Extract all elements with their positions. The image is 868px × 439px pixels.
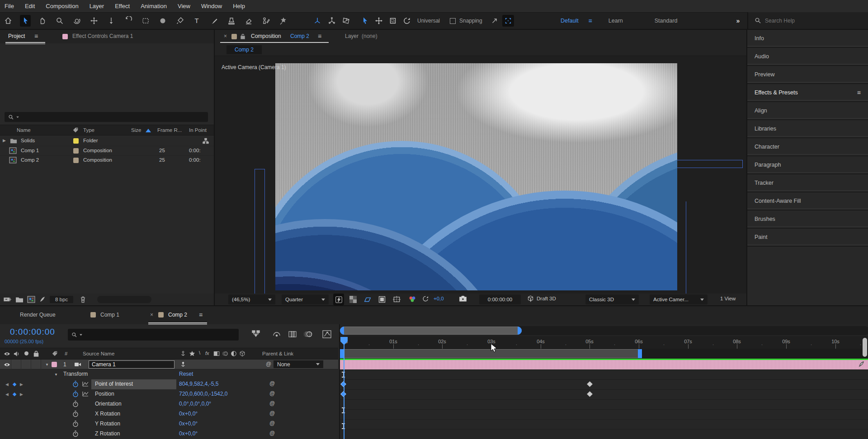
graph-editor-icon[interactable] — [322, 330, 332, 339]
unlock-icon[interactable] — [240, 33, 245, 39]
transparency-grid-icon[interactable] — [348, 294, 359, 305]
eye-column-icon[interactable] — [4, 351, 10, 356]
adjustment-icon[interactable] — [39, 296, 46, 303]
col-size[interactable]: Size — [131, 127, 141, 133]
rotation-tool-icon[interactable] — [123, 15, 134, 27]
label-color-tan[interactable] — [73, 158, 79, 163]
magnification-dropdown[interactable]: (46,5%) — [228, 294, 275, 304]
property-name[interactable]: Position — [95, 391, 114, 397]
bit-depth-button[interactable]: 8 bpc — [50, 296, 73, 303]
work-area-track[interactable] — [340, 349, 868, 359]
navigator-end-handle[interactable] — [518, 327, 522, 335]
property-value[interactable]: 804,9,582,4,-5,5 — [179, 381, 218, 387]
property-value[interactable]: 0,0°,0,0°,0,0° — [179, 401, 211, 407]
property-value[interactable]: 720,0,600,0,-1542,0 — [179, 391, 227, 397]
property-name[interactable]: X Rotation — [95, 411, 120, 417]
region-of-interest-toggle-icon[interactable] — [362, 294, 373, 305]
project-row-solids[interactable]: ▶ Solids Folder — [0, 136, 214, 146]
property-row-z-rotation[interactable]: Z Rotation 0x+0,0° @ — [0, 429, 338, 439]
col-source-name[interactable]: Source Name — [83, 351, 114, 356]
solo-column-icon[interactable] — [24, 351, 28, 355]
property-row-position[interactable]: ◀ ◆ ▶ Position 720,0,600,0,-1542,0 @ — [0, 389, 338, 399]
panel-tab-tracker[interactable]: Tracker — [747, 174, 868, 192]
draft-3d-cube-icon[interactable] — [527, 295, 534, 303]
layer-row-camera1[interactable]: ▼ 1 Camera 1 @ None — [0, 360, 338, 369]
switch-anchor-icon[interactable] — [180, 350, 186, 357]
hand-tool-icon[interactable] — [37, 15, 48, 27]
panel-tab-info[interactable]: Info — [747, 30, 868, 48]
snap-along-edges-icon[interactable] — [491, 17, 499, 25]
ellipse-tool-icon[interactable] — [157, 15, 168, 27]
col-in-point[interactable]: In Point — [189, 127, 207, 133]
dolly-camera-tool-icon[interactable] — [106, 15, 117, 27]
time-ruler[interactable]: 0s 01s 02s 03s 04s 05s 06s 07s 08s 09s 1… — [340, 336, 868, 349]
switch-3d-icon[interactable] — [239, 350, 245, 357]
transform-group-label[interactable]: Transform — [63, 371, 88, 377]
tab-comp1[interactable]: Comp 1 — [100, 312, 119, 318]
timeline-search-input[interactable] — [85, 332, 220, 338]
panel-tab-audio[interactable]: Audio — [747, 48, 868, 66]
project-search-input[interactable] — [21, 114, 193, 121]
new-folder-icon[interactable] — [15, 296, 24, 303]
project-row-comp1[interactable]: Comp 1 Composition 25 0:00: — [0, 146, 214, 155]
keyframe-diamond[interactable] — [587, 381, 593, 387]
col-parent-link[interactable]: Parent & Link — [262, 351, 293, 356]
col-name[interactable]: Name — [17, 127, 31, 133]
twirl-right-icon[interactable]: ▶ — [3, 138, 6, 143]
layer-name-field[interactable]: Camera 1 — [89, 360, 175, 369]
trash-icon[interactable] — [80, 296, 86, 303]
transform-group-row[interactable]: ▼ Transform Reset — [0, 369, 338, 379]
snapping-checkbox[interactable] — [450, 18, 456, 24]
zoom-tool-icon[interactable] — [54, 15, 65, 27]
col-layer-number[interactable]: # — [65, 351, 67, 356]
motion-blur-icon[interactable] — [304, 330, 313, 339]
switch-collapse-icon[interactable]: \ — [199, 350, 200, 355]
prev-keyframe-icon[interactable]: ◀ — [5, 392, 9, 397]
panel-tab-content-aware-fill[interactable]: Content-Aware Fill — [747, 192, 868, 210]
orbit-camera-tool-icon[interactable] — [71, 15, 82, 27]
tab-render-queue[interactable]: Render Queue — [20, 312, 56, 318]
playhead-line[interactable] — [344, 344, 344, 439]
keyframe-toggle-icon[interactable]: ◆ — [13, 381, 16, 387]
col-type[interactable]: Type — [83, 127, 94, 133]
layer-pickwhip-icon[interactable]: @ — [266, 361, 271, 367]
pickwhip-icon[interactable]: @ — [269, 380, 275, 387]
interpret-footage-icon[interactable] — [4, 296, 12, 303]
menu-view[interactable]: View — [178, 3, 190, 9]
parent-link-dropdown[interactable]: None — [273, 360, 324, 369]
mask-visibility-icon[interactable] — [377, 294, 387, 305]
frame-blending-icon[interactable] — [288, 330, 297, 339]
lock-column-icon[interactable] — [33, 350, 39, 357]
workspace-default[interactable]: Default — [561, 18, 579, 24]
layer-label-color[interactable] — [52, 362, 57, 367]
pickwhip-icon[interactable]: @ — [269, 390, 275, 397]
clone-stamp-tool-icon[interactable] — [226, 15, 237, 27]
panel-tab-paragraph[interactable]: Paragraph — [747, 156, 868, 174]
switch-adjustment-icon[interactable] — [231, 350, 237, 357]
layer-twirl-icon[interactable]: ▼ — [45, 363, 49, 367]
comp2-tab-close-icon[interactable]: × — [150, 312, 153, 318]
new-composition-icon[interactable] — [27, 296, 35, 303]
axis-scale-icon[interactable] — [341, 15, 352, 27]
fast-previews-icon[interactable] — [333, 294, 344, 305]
audio-column-icon[interactable] — [14, 351, 19, 357]
workspace-menu-icon[interactable]: ≡ — [589, 17, 592, 24]
current-timecode[interactable]: 0:00:00:00 — [10, 327, 55, 337]
panel-tab-effects-presets[interactable]: Effects & Presets≡ — [747, 84, 868, 102]
layer-duration-bar[interactable] — [340, 360, 868, 369]
menu-effect[interactable]: Effect — [115, 3, 130, 9]
reset-exposure-icon[interactable] — [422, 295, 429, 303]
pan-camera-tool-icon[interactable] — [89, 15, 99, 27]
navigator-start-handle[interactable] — [340, 327, 344, 335]
workspace-overflow-icon[interactable]: » — [736, 17, 740, 24]
menu-layer[interactable]: Layer — [90, 3, 104, 9]
property-row-x-rotation[interactable]: X Rotation 0x+0,0° @ — [0, 409, 338, 419]
workspace-standard[interactable]: Standard — [655, 18, 678, 24]
comp-tab-compname[interactable]: Comp 2 — [290, 33, 309, 39]
sort-ascending-icon[interactable] — [146, 129, 151, 132]
comp-tab-label-square[interactable] — [231, 34, 237, 39]
snap-bounding-box-icon[interactable] — [502, 15, 514, 27]
tab-effect-controls[interactable]: Effect Controls Camera 1 — [72, 33, 133, 39]
stopwatch-icon[interactable] — [72, 391, 79, 397]
property-name[interactable]: Orientation — [95, 401, 122, 407]
